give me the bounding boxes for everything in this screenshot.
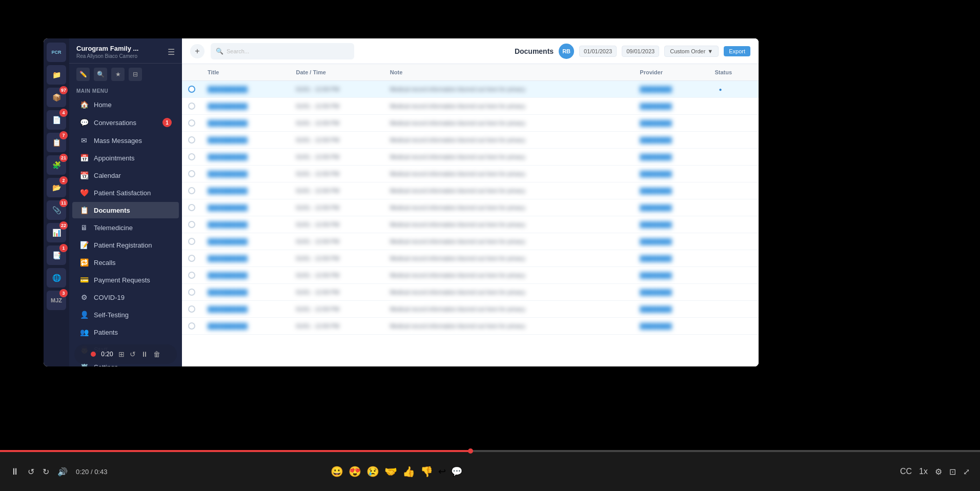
- table-row[interactable]: ██████████01/01 - 12:00 PMMedical record…: [182, 284, 759, 301]
- progress-bar[interactable]: [0, 450, 980, 452]
- sidebar-item-documents[interactable]: 📋 Documents: [72, 202, 179, 218]
- theater-icon[interactable]: ⊡: [949, 467, 956, 477]
- search-bar[interactable]: 🔍 Search...: [211, 43, 354, 59]
- emoji-thumbsup[interactable]: 👍: [402, 465, 415, 478]
- table-row[interactable]: ██████████01/01 - 12:00 PMMedical record…: [182, 149, 759, 166]
- icon-bar-item-9[interactable]: 📊 22: [47, 223, 66, 242]
- date-start-filter[interactable]: 01/01/2023: [579, 46, 617, 57]
- icon-bar-item-4[interactable]: 📄 4: [47, 110, 66, 130]
- sidebar-item-patient-registration[interactable]: 📝 Patient Registration: [72, 237, 179, 253]
- row-radio[interactable]: [188, 255, 195, 262]
- icon-bar-item-3[interactable]: 📦 97: [47, 88, 66, 107]
- table-row[interactable]: ██████████01/01 - 12:00 PMMedical record…: [182, 233, 759, 250]
- sidebar-item-covid19[interactable]: ⚙ COVID-19: [72, 289, 179, 305]
- table-row[interactable]: ██████████01/01 - 12:00 PMMedical record…: [182, 115, 759, 132]
- sidebar-edit-icon[interactable]: ✏️: [76, 68, 90, 81]
- table-row[interactable]: ██████████01/01 - 12:00 PMMedical record…: [182, 199, 759, 216]
- icon-bar-item-7[interactable]: 📂 2: [47, 178, 66, 197]
- pause-button[interactable]: ⏸: [10, 466, 19, 477]
- pause-record-icon[interactable]: ⏸: [141, 350, 148, 358]
- sidebar-item-payment-requests[interactable]: 💳 Payment Requests: [72, 272, 179, 288]
- appointments-icon: 📅: [79, 154, 89, 162]
- icon-bar-item-8[interactable]: 📎 11: [47, 200, 66, 220]
- volume-button[interactable]: 🔊: [57, 467, 68, 477]
- refresh-icon[interactable]: ↺: [130, 350, 136, 358]
- forward-button[interactable]: ↻: [43, 467, 49, 477]
- table-row[interactable]: ██████████01/01 - 12:00 PMMedical record…: [182, 132, 759, 149]
- rewind-button[interactable]: ↺: [28, 467, 34, 477]
- col-status[interactable]: Status: [708, 64, 759, 81]
- row-radio[interactable]: [188, 204, 195, 211]
- sidebar-item-telemedicine[interactable]: 🖥 Telemedicine: [72, 219, 179, 236]
- sidebar-menu-toggle[interactable]: ☰: [168, 47, 175, 57]
- emoji-handshake[interactable]: 🤝: [384, 465, 397, 478]
- row-radio[interactable]: [188, 170, 195, 177]
- speed-icon[interactable]: 1x: [919, 467, 928, 476]
- sidebar-item-mass-messages[interactable]: ✉ Mass Messages: [72, 132, 179, 149]
- sidebar-search-icon[interactable]: 🔍: [94, 68, 107, 81]
- sidebar-item-calendar[interactable]: 📆 Calendar: [72, 167, 179, 183]
- table-row[interactable]: ██████████01/01 - 12:00 PMMedical record…: [182, 98, 759, 115]
- row-status: [708, 301, 759, 318]
- icon-bar-item-11[interactable]: 🌐: [47, 268, 66, 288]
- sidebar-star-icon[interactable]: ★: [111, 68, 125, 81]
- fullscreen-icon[interactable]: ⤢: [963, 467, 970, 477]
- row-radio[interactable]: [188, 221, 195, 228]
- table-row[interactable]: ██████████01/01 - 12:00 PMMedical record…: [182, 318, 759, 335]
- row-radio[interactable]: [188, 86, 195, 93]
- row-radio[interactable]: [188, 322, 195, 330]
- sidebar-filter-icon[interactable]: ⊟: [129, 68, 142, 81]
- table-row[interactable]: ██████████01/01 - 12:00 PMMedical record…: [182, 216, 759, 233]
- col-note[interactable]: Note: [384, 64, 634, 81]
- grid-icon[interactable]: ⊞: [118, 350, 125, 358]
- row-radio[interactable]: [188, 272, 195, 279]
- sidebar-item-appointments[interactable]: 📅 Appointments: [72, 150, 179, 166]
- emoji-thumbsdown[interactable]: 👎: [420, 465, 433, 478]
- row-radio[interactable]: [188, 289, 195, 296]
- sidebar-item-home[interactable]: 🏠 Home: [72, 96, 179, 113]
- emoji-sad[interactable]: 😢: [366, 465, 379, 478]
- col-title[interactable]: Title: [201, 64, 290, 81]
- col-provider[interactable]: Provider: [634, 64, 708, 81]
- emoji-happy[interactable]: 😀: [331, 465, 343, 478]
- row-radio[interactable]: [188, 119, 195, 127]
- sidebar-item-recalls[interactable]: 🔁 Recalls: [72, 254, 179, 271]
- row-radio[interactable]: [188, 238, 195, 245]
- table-row[interactable]: ██████████01/01 - 12:00 PMMedical record…: [182, 250, 759, 267]
- sidebar-item-patient-satisfaction[interactable]: ❤️ Patient Satisfaction: [72, 185, 179, 201]
- sidebar-self-testing-label: Self-Testing: [94, 311, 129, 319]
- row-radio[interactable]: [188, 136, 195, 144]
- settings-video-icon[interactable]: ⚙: [935, 467, 942, 477]
- icon-bar-item-6[interactable]: 🧩 21: [47, 155, 66, 175]
- row-radio[interactable]: [188, 305, 195, 313]
- icon-bar-item-5[interactable]: 📋 7: [47, 133, 66, 152]
- table-row[interactable]: ██████████01/01 - 12:00 PMMedical record…: [182, 267, 759, 284]
- icon-bar-item-2[interactable]: 📁: [47, 65, 66, 85]
- row-radio[interactable]: [188, 153, 195, 160]
- icon-bar-item-10[interactable]: 📑 1: [47, 246, 66, 265]
- table-row[interactable]: ██████████01/01 - 12:00 PMMedical record…: [182, 301, 759, 318]
- icon-bar-item-12[interactable]: MJZ 3: [47, 291, 66, 310]
- emoji-reply[interactable]: ↩: [438, 466, 446, 477]
- row-note: Medical record information blurred out h…: [384, 318, 634, 335]
- stop-record-icon[interactable]: 🗑: [153, 350, 160, 358]
- emoji-comment[interactable]: 💬: [451, 466, 462, 477]
- sidebar-item-conversations[interactable]: 💬 Conversations 1: [72, 114, 179, 131]
- table-row[interactable]: ██████████01/01 - 12:00 PMMedical record…: [182, 81, 759, 98]
- cc-icon[interactable]: CC: [900, 467, 912, 476]
- sidebar-item-self-testing[interactable]: 👤 Self-Testing: [72, 306, 179, 323]
- sidebar-item-patients[interactable]: 👥 Patients: [72, 324, 179, 340]
- icon-bar-pcr[interactable]: PCR: [47, 43, 66, 62]
- row-datetime: 01/01 - 12:00 PM: [290, 132, 383, 149]
- row-radio[interactable]: [188, 187, 195, 194]
- row-radio[interactable]: [188, 103, 195, 110]
- date-end-filter[interactable]: 09/01/2023: [622, 46, 659, 57]
- table-row[interactable]: ██████████01/01 - 12:00 PMMedical record…: [182, 182, 759, 199]
- table-row[interactable]: ██████████01/01 - 12:00 PMMedical record…: [182, 166, 759, 182]
- sort-button[interactable]: Custom Order ▼: [664, 46, 719, 57]
- export-button[interactable]: Export: [724, 46, 750, 56]
- add-button[interactable]: +: [190, 44, 205, 58]
- emoji-love[interactable]: 😍: [349, 465, 361, 478]
- col-datetime[interactable]: Date / Time: [290, 64, 383, 81]
- row-note: Medical record information blurred out h…: [384, 81, 634, 98]
